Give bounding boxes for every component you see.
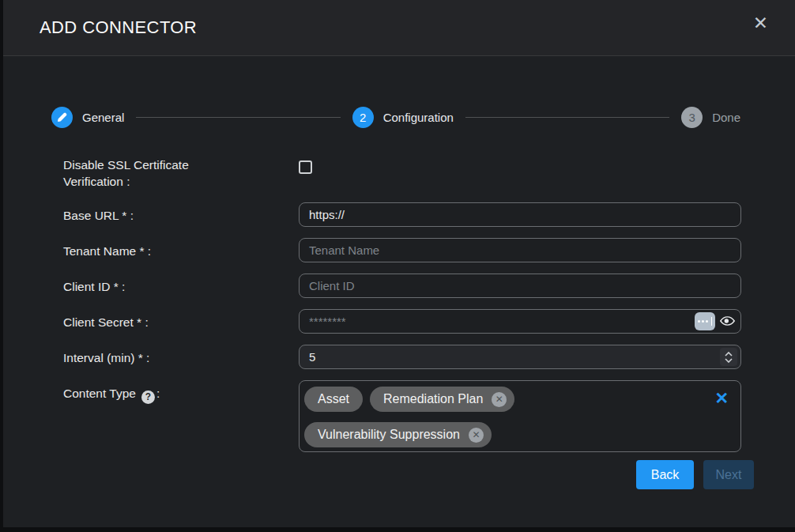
interval-input[interactable] [299, 345, 741, 369]
ssl-verification-control [299, 157, 741, 177]
base-url-control [299, 202, 741, 227]
tag-remove-icon[interactable]: ✕ [492, 392, 507, 407]
base-url-input[interactable] [299, 202, 741, 227]
back-button[interactable]: Back [636, 460, 694, 489]
next-button[interactable]: Next [703, 460, 754, 489]
eye-icon[interactable] [720, 315, 735, 326]
client-secret-label: Client Secret * : [63, 309, 299, 330]
dialog-header: ADD CONNECTOR ✕ [3, 0, 795, 56]
step-general[interactable]: General [51, 107, 124, 128]
add-connector-dialog: ADD CONNECTOR ✕ General 2 Configuration … [3, 0, 795, 527]
chevron-down-icon [725, 358, 733, 363]
close-icon[interactable]: ✕ [753, 14, 768, 32]
content-type-label: Content Type?: [63, 380, 299, 404]
configuration-form: Disable SSL Certificate Verification : B… [3, 157, 795, 489]
dialog-actions: Back Next [63, 460, 795, 489]
step-done: 3 Done [681, 107, 740, 128]
client-id-control [299, 274, 741, 298]
ssl-verification-row: Disable SSL Certificate Verification : [63, 157, 795, 190]
tag-asset[interactable]: Asset [304, 387, 363, 412]
content-type-control: Asset Remediation Plan ✕ Vulnerability S… [299, 380, 741, 452]
number-stepper[interactable] [720, 348, 737, 366]
step-configuration-circle: 2 [352, 107, 374, 128]
client-secret-input[interactable] [299, 309, 741, 334]
interval-control [299, 345, 741, 369]
tenant-name-label: Tenant Name * : [63, 238, 299, 259]
step-general-label: General [82, 111, 124, 124]
tenant-name-control [299, 238, 741, 262]
credentials-picker-icon[interactable] [695, 312, 715, 330]
interval-label: Interval (min) * : [63, 345, 299, 366]
tenant-name-input[interactable] [299, 238, 741, 262]
client-id-input[interactable] [299, 274, 741, 298]
help-icon[interactable]: ? [141, 391, 155, 404]
base-url-label: Base URL * : [63, 202, 299, 224]
client-id-label: Client ID * : [63, 274, 299, 295]
chevron-up-icon [725, 352, 733, 357]
wizard-stepper: General 2 Configuration 3 Done [3, 107, 795, 128]
step-done-label: Done [712, 111, 740, 124]
step-configuration[interactable]: 2 Configuration [352, 107, 454, 128]
pencil-icon [57, 112, 67, 123]
dialog-title: ADD CONNECTOR [40, 17, 197, 38]
base-url-row: Base URL * : [63, 202, 795, 227]
client-id-row: Client ID * : [63, 274, 795, 298]
clear-selection-icon[interactable]: ✕ [714, 390, 729, 406]
ssl-verification-label: Disable SSL Certificate Verification : [63, 157, 299, 190]
stepper-connector-line [136, 117, 340, 118]
interval-row: Interval (min) * : [63, 345, 795, 369]
client-secret-control [299, 309, 741, 334]
stepper-connector-line [465, 117, 669, 118]
step-done-circle: 3 [681, 107, 703, 128]
tag-remediation-plan[interactable]: Remediation Plan ✕ [370, 387, 514, 412]
tag-vulnerability-suppression[interactable]: Vulnerability Suppression ✕ [304, 422, 492, 447]
ssl-verification-checkbox[interactable] [299, 160, 312, 174]
content-type-multiselect[interactable]: Asset Remediation Plan ✕ Vulnerability S… [299, 380, 741, 452]
client-secret-row: Client Secret * : [63, 309, 795, 334]
step-general-circle [51, 107, 73, 128]
tenant-name-row: Tenant Name * : [63, 238, 795, 262]
tag-remove-icon[interactable]: ✕ [469, 428, 484, 443]
content-type-row: Content Type?: Asset Remediation Plan ✕ … [63, 380, 795, 452]
step-configuration-label: Configuration [383, 111, 454, 124]
